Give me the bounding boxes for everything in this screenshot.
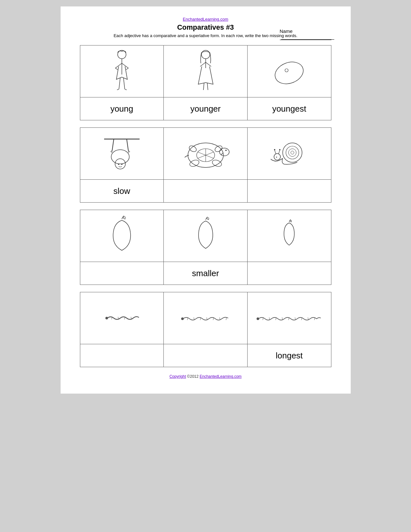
svg-line-16 bbox=[112, 139, 114, 150]
svg-line-50 bbox=[226, 317, 227, 320]
label-slowest bbox=[248, 180, 331, 202]
svg-line-34 bbox=[275, 150, 276, 154]
copyright-link[interactable]: Copyright bbox=[170, 374, 186, 379]
svg-point-14 bbox=[118, 164, 119, 165]
svg-point-12 bbox=[111, 150, 129, 164]
images-row-young bbox=[80, 45, 331, 97]
images-row-long bbox=[80, 292, 331, 344]
label-small bbox=[80, 262, 164, 285]
label-youngest: youngest bbox=[248, 97, 331, 120]
svg-point-37 bbox=[279, 149, 280, 150]
label-smallest bbox=[248, 262, 331, 285]
image-slow bbox=[80, 128, 164, 179]
svg-point-33 bbox=[274, 154, 280, 160]
svg-point-29 bbox=[283, 143, 302, 162]
svg-line-2 bbox=[123, 78, 125, 89]
svg-line-7 bbox=[203, 83, 204, 90]
svg-point-0 bbox=[118, 50, 126, 59]
image-slower bbox=[164, 128, 248, 179]
svg-point-32 bbox=[291, 151, 294, 154]
svg-line-17 bbox=[127, 139, 128, 150]
labels-row-slow: slow bbox=[80, 180, 331, 202]
label-young: young bbox=[80, 97, 164, 120]
label-slow: slow bbox=[80, 180, 164, 202]
image-youngest bbox=[248, 45, 331, 97]
label-slower bbox=[164, 180, 248, 202]
section-slow: slow bbox=[80, 127, 331, 203]
label-longer bbox=[164, 344, 248, 367]
page-footer: Copyright ©2012 EnchantedLearning.com bbox=[80, 374, 331, 379]
image-slowest bbox=[248, 128, 331, 179]
name-field: Name bbox=[279, 28, 331, 40]
svg-point-24 bbox=[225, 150, 227, 151]
svg-line-8 bbox=[207, 83, 208, 90]
section-long: longest bbox=[80, 292, 331, 367]
svg-point-9 bbox=[272, 58, 306, 88]
site-link-top[interactable]: EnchantedLearning.com bbox=[183, 17, 228, 22]
svg-point-43 bbox=[105, 317, 108, 319]
images-row-slow bbox=[80, 128, 331, 180]
svg-point-61 bbox=[257, 317, 259, 320]
svg-point-38 bbox=[276, 157, 277, 158]
image-small bbox=[80, 210, 164, 262]
worksheet-content: young younger youngest bbox=[80, 45, 331, 367]
label-long bbox=[80, 344, 164, 367]
svg-point-27 bbox=[188, 145, 197, 153]
svg-point-51 bbox=[181, 317, 184, 320]
labels-row-young: young younger youngest bbox=[80, 97, 331, 120]
image-young bbox=[80, 45, 164, 97]
labels-row-long: longest bbox=[80, 344, 331, 367]
svg-point-31 bbox=[289, 149, 296, 156]
image-long bbox=[80, 292, 164, 344]
svg-point-10 bbox=[285, 69, 288, 72]
image-smallest bbox=[248, 210, 331, 262]
svg-point-30 bbox=[286, 146, 299, 159]
worksheet-page: EnchantedLearning.com Comparatives #3 Ea… bbox=[61, 6, 351, 394]
image-longer bbox=[164, 292, 248, 344]
label-smaller: smaller bbox=[164, 262, 248, 285]
svg-point-15 bbox=[121, 164, 122, 165]
image-younger bbox=[164, 45, 248, 97]
copyright-year: ©2012 bbox=[187, 374, 199, 379]
svg-point-28 bbox=[214, 145, 223, 153]
site-link-bottom[interactable]: EnchantedLearning.com bbox=[200, 374, 241, 379]
section-small: smaller bbox=[80, 210, 331, 285]
image-smaller bbox=[164, 210, 248, 262]
label-younger: younger bbox=[164, 97, 248, 120]
svg-line-35 bbox=[279, 150, 280, 154]
svg-line-1 bbox=[119, 78, 120, 89]
labels-row-small: smaller bbox=[80, 262, 331, 285]
section-young: young younger youngest bbox=[80, 45, 331, 120]
images-row-small bbox=[80, 210, 331, 262]
svg-point-23 bbox=[220, 148, 229, 156]
image-longest bbox=[248, 292, 331, 344]
label-longest: longest bbox=[248, 344, 331, 367]
svg-point-36 bbox=[274, 149, 275, 150]
